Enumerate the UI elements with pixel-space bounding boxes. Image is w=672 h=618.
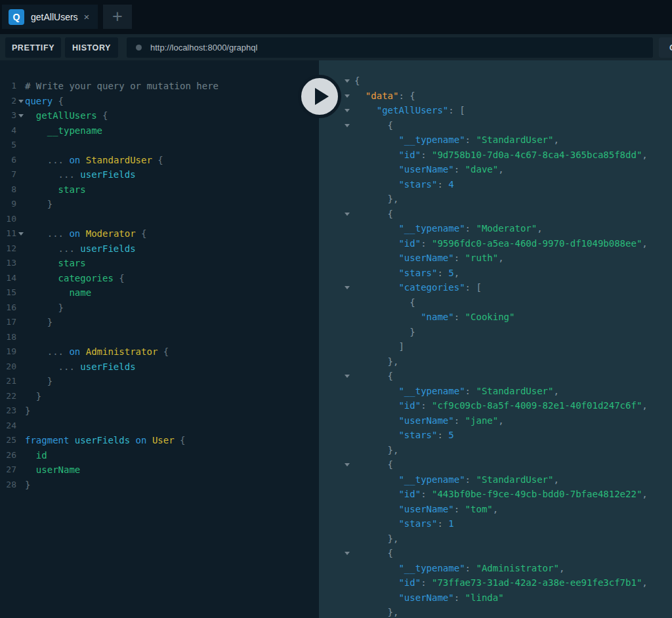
code-token	[354, 194, 388, 204]
response-line: "userName": "ruth",	[319, 251, 672, 266]
tab-getallusers[interactable]: Q getAllUsers ×	[2, 5, 98, 29]
fold-arrow-icon[interactable]	[345, 286, 350, 289]
response-line: {	[319, 295, 672, 310]
code-token: 5	[448, 268, 453, 278]
prettify-button[interactable]: PRETTIFY	[5, 37, 61, 58]
code-token: ,	[553, 386, 558, 396]
line-number: 14	[0, 271, 16, 286]
response-line: "stars": 5,	[319, 266, 672, 281]
code-token: ...	[47, 346, 70, 357]
response-line: "id": "443bf0be-f9ce-49cb-bdd0-7bfae4812…	[319, 487, 672, 502]
code-token	[354, 120, 388, 131]
response-line: "stars": 5	[319, 428, 672, 443]
code-token: ,	[559, 563, 564, 573]
fold-arrow-icon[interactable]	[345, 375, 350, 378]
code-token: "__typename"	[398, 386, 465, 396]
plus-icon: +	[112, 7, 123, 27]
code-token	[25, 258, 58, 268]
response-line: "__typename": "StandardUser",	[319, 472, 672, 487]
fold-arrow-icon[interactable]	[345, 94, 350, 98]
response-line: "data": {	[319, 89, 672, 104]
response-line: "id": "9596fdc0-a5ea-460d-9970-df1049b08…	[319, 236, 672, 251]
code-token: }	[25, 405, 30, 416]
code-token: :	[437, 179, 448, 190]
editor-line: 25fragment userFields on User {	[0, 433, 319, 448]
response-line: },	[319, 192, 672, 207]
execute-query-button[interactable]	[298, 75, 341, 118]
fold-arrow-icon[interactable]	[18, 232, 24, 236]
editor-line: 3 getAllUsers {	[0, 108, 319, 123]
code-token	[25, 199, 47, 209]
fold-arrow-icon[interactable]	[345, 124, 350, 127]
code-token: "73ffae73-31ad-42a2-a38e-ee91fe3cf7b1"	[432, 577, 642, 588]
code-token: ,	[642, 489, 647, 499]
code-token: {	[114, 273, 125, 283]
code-token: },	[388, 607, 399, 617]
code-token	[354, 548, 388, 558]
history-button[interactable]: HISTORY	[65, 37, 118, 58]
endpoint-url-input[interactable]: http://localhost:8000/graphql	[127, 37, 653, 58]
code-token: :	[465, 223, 476, 234]
editor-line: 17 }	[0, 315, 319, 330]
editor-line: 21 }	[0, 374, 319, 389]
query-editor[interactable]: 1# Write your query or mutation here2que…	[0, 60, 319, 618]
response-line: "stars": 1	[319, 516, 672, 531]
editor-line: 11 ... on Moderator {	[0, 226, 319, 241]
code-token: {	[152, 155, 163, 165]
fold-arrow-icon[interactable]	[18, 100, 24, 103]
code-token: {	[388, 459, 393, 470]
code-token: ...	[58, 169, 81, 180]
code-token: ,	[498, 164, 503, 175]
line-number: 25	[0, 433, 16, 448]
fold-arrow-icon[interactable]	[345, 463, 350, 466]
fold-arrow-icon[interactable]	[345, 552, 350, 555]
code-token: {	[136, 228, 147, 239]
new-tab-button[interactable]: +	[103, 5, 132, 29]
code-token	[25, 155, 47, 165]
code-token: :	[465, 386, 476, 396]
code-token	[354, 91, 366, 101]
close-icon[interactable]: ×	[84, 11, 90, 22]
line-number: 28	[0, 478, 16, 493]
code-token: "data"	[366, 91, 399, 101]
fold-arrow-icon[interactable]	[345, 213, 350, 216]
code-token	[25, 169, 58, 180]
code-token: : [	[448, 105, 465, 115]
code-token	[354, 563, 398, 573]
response-line: },	[319, 354, 672, 369]
code-token: "id"	[398, 400, 421, 411]
code-token: "userName"	[398, 592, 453, 603]
code-token	[25, 346, 47, 357]
editor-line: 13 stars	[0, 256, 319, 271]
code-token: "__typename"	[398, 223, 465, 234]
response-line: "__typename": "Moderator",	[319, 221, 672, 236]
code-token	[25, 184, 58, 195]
fold-arrow-icon[interactable]	[345, 79, 350, 83]
code-token: "443bf0be-f9ce-49cb-bdd0-7bfae4812e22"	[432, 489, 642, 499]
line-number: 9	[0, 197, 16, 212]
code-token: ...	[47, 228, 70, 239]
line-number: 18	[0, 330, 16, 345]
code-token	[354, 533, 388, 544]
code-token: }	[47, 199, 52, 209]
code-token: {	[410, 297, 415, 308]
fold-arrow-icon[interactable]	[345, 109, 350, 112]
line-number: 12	[0, 241, 16, 257]
editor-line: 1# Write your query or mutation here	[0, 79, 319, 94]
response-line: },	[319, 531, 672, 546]
fold-arrow-icon[interactable]	[18, 114, 24, 117]
code-token: userFields	[80, 361, 135, 372]
query-tab-icon: Q	[9, 9, 24, 25]
code-token: "StandardUser"	[476, 474, 553, 485]
code-token: ]	[398, 341, 404, 352]
code-token: "name"	[421, 312, 454, 322]
code-token: "__typename"	[398, 563, 465, 573]
tab-label: getAllUsers	[31, 12, 78, 22]
code-token: "id"	[398, 238, 421, 249]
copy-curl-button[interactable]: COPY CURL	[659, 37, 672, 58]
editor-line: 10	[0, 212, 319, 227]
code-token	[25, 450, 36, 461]
line-number: 7	[0, 167, 16, 182]
code-token	[25, 243, 58, 254]
editor-line: 5	[0, 138, 319, 153]
